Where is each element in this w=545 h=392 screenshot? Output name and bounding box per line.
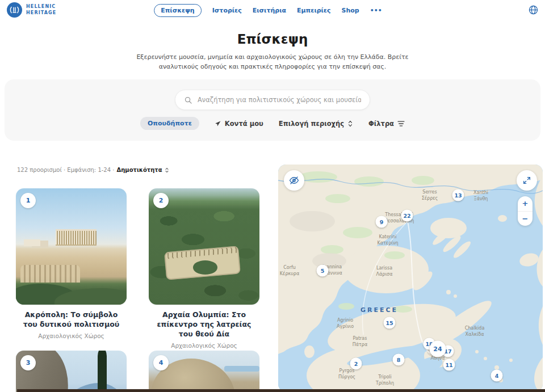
map-marker[interactable]: 9 (376, 216, 388, 228)
art-layer (98, 351, 107, 392)
navigation-arrow-icon (215, 120, 221, 127)
card-number-badge: 1 (20, 193, 36, 208)
map-marker[interactable]: 24 (430, 341, 446, 357)
destination-card-olympia: 2 Αρχαία Ολυμπία: Στο επίκεντρο της λατρ… (149, 188, 259, 349)
zoom-in-button[interactable]: + (518, 196, 533, 212)
map-marker[interactable]: 8 (393, 354, 405, 366)
nav-item-empeiries[interactable]: Εμπειρίες (297, 7, 331, 14)
filter-near-me-button[interactable]: Κοντά μου (215, 120, 263, 128)
map-marker[interactable]: 5 (317, 265, 329, 277)
brand-name: HELLENIC HERITAGE (26, 4, 56, 16)
destination-card-3: 3 (16, 351, 127, 392)
map-marker[interactable]: 13 (452, 189, 464, 201)
main-nav: Επίσκεψη Ιστορίες Εισιτήρια Εμπειρίες Sh… (154, 0, 382, 20)
nav-item-episkepsi[interactable]: Επίσκεψη (154, 4, 202, 17)
results-summary: 122 προορισμοί · Εμφάνιση: 1-24 · Δημοτι… (17, 167, 169, 173)
map-panel[interactable]: + − SerresΣέρρες XanthiΞάνθη Thessalonik… (278, 165, 543, 392)
search-icon (184, 96, 192, 104)
search-panel: Οπουδήποτε Κοντά μου Επιλογή περιοχής Φί… (5, 79, 540, 141)
filter-row: Οπουδήποτε Κοντά μου Επιλογή περιοχής Φί… (140, 117, 405, 130)
art-layer (193, 260, 217, 275)
map-marker[interactable]: 15 (384, 317, 396, 329)
page-description: Εξερευνήστε μουσεία, μνημεία και αρχαιολ… (119, 52, 426, 71)
sort-by-label[interactable]: Δημοτικότητα (116, 167, 162, 173)
results-count-text: 122 προορισμοί · Εμφάνιση: 1-24 · (17, 167, 114, 173)
filter-region-label: Επιλογή περιοχής (279, 120, 344, 128)
chevron-updown-icon (347, 120, 353, 127)
art-layer (224, 366, 259, 372)
map-terrain (278, 165, 543, 392)
destination-card-acropolis: 1 Ακρόπολη: Το σύμβολο του δυτικού πολιτ… (16, 188, 127, 339)
brand-logo[interactable]: HELLENIC HERITAGE (7, 2, 56, 18)
card-image-ruins[interactable]: 4 (149, 351, 259, 392)
page-title: Επίσκεψη (0, 32, 545, 47)
card-title[interactable]: Ακρόπολη: Το σύμβολο του δυτικού πολιτισ… (16, 310, 127, 330)
map-zoom-control: + − (518, 196, 533, 226)
expand-map-button[interactable] (517, 170, 537, 191)
sort-updown-icon[interactable] (165, 167, 169, 173)
card-image-acropolis[interactable]: 1 (16, 188, 127, 305)
filters-button[interactable]: Φίλτρα (368, 120, 405, 128)
art-layer (24, 239, 40, 246)
card-image-olympia[interactable]: 2 (149, 188, 259, 305)
nav-item-shop[interactable]: Shop (342, 7, 359, 14)
language-globe-icon[interactable] (529, 5, 538, 15)
card-category: Αρχαιολογικός Χώρος (149, 342, 259, 349)
zoom-out-button[interactable]: − (518, 212, 533, 226)
map-marker[interactable]: 11 (443, 359, 455, 371)
nav-more-button[interactable]: ••• (370, 7, 382, 14)
card-image-delphi[interactable]: 3 (16, 351, 127, 392)
map-label-greece: GREECE (360, 306, 398, 314)
card-number-badge: 4 (153, 355, 169, 370)
card-category: Αρχαιολογικός Χώρος (16, 332, 127, 339)
filter-near-me-label: Κοντά μου (225, 120, 263, 128)
filters-button-label: Φίλτρα (368, 120, 394, 128)
map-marker[interactable]: 4 (491, 370, 503, 382)
map-marker[interactable]: 22 (401, 210, 413, 222)
map-marker[interactable]: 2 (350, 358, 362, 370)
filter-region-select[interactable]: Επιλογή περιοχής (279, 120, 353, 128)
header: HELLENIC HERITAGE Επίσκεψη Ιστορίες Εισι… (0, 0, 545, 20)
expand-icon (522, 176, 531, 185)
card-number-badge: 3 (20, 355, 36, 370)
nav-item-istories[interactable]: Ιστορίες (212, 7, 242, 14)
search-box[interactable] (175, 90, 370, 110)
toggle-markers-button[interactable] (284, 170, 304, 191)
destination-card-4: 4 (149, 351, 259, 392)
filter-anywhere-button[interactable]: Οπουδήποτε (140, 117, 199, 130)
filter-lines-icon (397, 120, 405, 127)
eye-off-icon (289, 175, 299, 186)
art-layer (20, 265, 80, 283)
art-layer (56, 231, 97, 245)
search-input[interactable] (198, 96, 361, 104)
nav-item-eisitiria[interactable]: Εισιτήρια (253, 7, 286, 14)
card-title[interactable]: Αρχαία Ολυμπία: Στο επίκεντρο της λατρεί… (149, 310, 259, 339)
bottom-banner-edge (17, 389, 545, 392)
card-number-badge: 2 (153, 193, 169, 208)
hellenic-heritage-logo-icon (7, 2, 22, 18)
